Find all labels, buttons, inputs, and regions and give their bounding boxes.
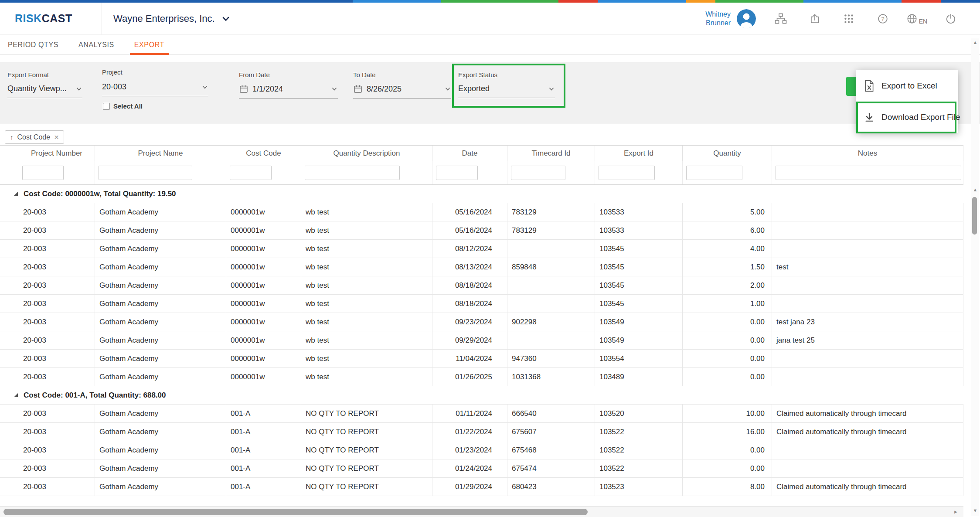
cell-notes xyxy=(772,350,963,367)
column-header-project-number[interactable]: Project Number xyxy=(19,146,95,161)
column-header-export-id[interactable]: Export Id xyxy=(595,146,683,161)
cell-quantity-description: wb test xyxy=(301,313,432,331)
group-space-cell xyxy=(0,459,19,477)
stripe-segment xyxy=(902,0,941,3)
table-row[interactable]: 20-003Gotham Academy001-ANO QTY TO REPOR… xyxy=(0,441,963,459)
group-row[interactable]: Cost Code: 001-A, Total Quantity: 688.00 xyxy=(0,386,963,405)
publish-button[interactable] xyxy=(798,13,832,24)
company-selector[interactable]: Wayne Enterprises, Inc. xyxy=(113,13,231,24)
column-header-date[interactable]: Date xyxy=(432,146,507,161)
cell-timecard-id: 666540 xyxy=(507,405,595,422)
export-format-select[interactable]: Quantity Viewp... xyxy=(7,84,82,98)
table-row[interactable]: 20-003Gotham Academy001-ANO QTY TO REPOR… xyxy=(0,459,963,478)
cell-project-number: 20-003 xyxy=(19,313,95,331)
stripe-segment xyxy=(598,0,686,3)
vertical-scrollbar[interactable] xyxy=(971,38,979,516)
project-select[interactable]: 20-003 xyxy=(102,82,208,96)
cell-quantity: 16.00 xyxy=(683,423,772,441)
to-date-input[interactable]: 8/26/2025 xyxy=(353,84,451,99)
table-row[interactable]: 20-003Gotham Academy0000001wwb test05/16… xyxy=(0,203,963,221)
scroll-up-arrow[interactable]: ▲ xyxy=(971,40,979,45)
calendar-icon xyxy=(353,84,363,94)
publish-icon xyxy=(809,13,820,24)
avatar[interactable] xyxy=(737,9,756,28)
cell-notes xyxy=(772,459,963,477)
table-row[interactable]: 20-003Gotham Academy0000001wwb test08/18… xyxy=(0,276,963,295)
filter-input-project-number[interactable] xyxy=(22,166,64,180)
cell-export-id: 103545 xyxy=(595,240,683,258)
download-icon xyxy=(864,112,875,122)
help-button[interactable]: ? xyxy=(866,13,900,24)
table-row[interactable]: 20-003Gotham Academy0000001wwb test08/18… xyxy=(0,295,963,313)
table-row[interactable]: 20-003Gotham Academy001-ANO QTY TO REPOR… xyxy=(0,405,963,423)
table-row[interactable]: 20-003Gotham Academy0000001wwb test11/04… xyxy=(0,350,963,368)
export-status-select[interactable]: Exported xyxy=(458,84,555,98)
from-date-input[interactable]: 1/1/2024 xyxy=(239,84,338,99)
svg-text:?: ? xyxy=(881,15,885,22)
table-row[interactable]: 20-003Gotham Academy001-ANO QTY TO REPOR… xyxy=(0,478,963,496)
filter-input-quantity-description[interactable] xyxy=(305,166,400,180)
cell-timecard-id: 1031368 xyxy=(507,368,595,386)
sitemap-button[interactable] xyxy=(764,13,798,24)
apps-button[interactable] xyxy=(832,13,866,24)
cell-date: 05/16/2024 xyxy=(432,203,507,221)
cell-quantity-description: wb test xyxy=(301,240,432,258)
cell-notes xyxy=(772,276,963,294)
column-header-notes[interactable]: Notes xyxy=(772,146,963,161)
filter-input-notes[interactable] xyxy=(776,166,961,180)
logout-button[interactable] xyxy=(934,13,968,24)
app-logo[interactable]: RISKCAST xyxy=(0,3,102,34)
table-row[interactable]: 20-003Gotham Academy0000001wwb test05/16… xyxy=(0,221,963,240)
cell-quantity: 0.00 xyxy=(683,441,772,459)
cell-date: 08/12/2024 xyxy=(432,240,507,258)
tab-export[interactable]: EXPORT xyxy=(130,35,169,54)
cell-quantity: 0.00 xyxy=(683,313,772,331)
select-all-checkbox[interactable]: Select All xyxy=(103,102,143,110)
group-chip-cost-code[interactable]: ↑ Cost Code × xyxy=(5,130,64,144)
table-row[interactable]: 20-003Gotham Academy001-ANO QTY TO REPOR… xyxy=(0,423,963,441)
calendar-icon xyxy=(239,84,248,94)
close-icon[interactable]: × xyxy=(54,133,59,141)
cell-timecard-id: 675607 xyxy=(507,423,595,441)
language-button[interactable]: EN xyxy=(900,13,934,25)
column-header-project-name[interactable]: Project Name xyxy=(95,146,226,161)
filter-input-quantity[interactable] xyxy=(686,166,742,180)
table-row[interactable]: 20-003Gotham Academy0000001wwb test08/13… xyxy=(0,258,963,276)
tab-analysis[interactable]: ANALYSIS xyxy=(74,35,119,54)
table-row[interactable]: 20-003Gotham Academy0000001wwb test09/23… xyxy=(0,313,963,331)
horizontal-scrollbar[interactable]: ► xyxy=(0,506,963,517)
cell-project-name: Gotham Academy xyxy=(95,221,226,239)
table-row[interactable]: 20-003Gotham Academy0000001wwb test08/12… xyxy=(0,240,963,258)
scroll-right-arrow[interactable]: ► xyxy=(953,510,958,514)
table-row[interactable]: 20-003Gotham Academy0000001wwb test01/26… xyxy=(0,368,963,386)
cell-export-id: 103549 xyxy=(595,331,683,349)
menu-item-export-to-excel[interactable]: Export to Excel xyxy=(856,70,958,102)
cell-project-number: 20-003 xyxy=(19,221,95,239)
column-header-quantity-description[interactable]: Quantity Description xyxy=(301,146,432,161)
scroll-up-arrow[interactable]: ▲ xyxy=(971,187,979,192)
group-space-cell xyxy=(0,203,19,221)
cell-cost-code: 0000001w xyxy=(226,240,301,258)
cell-project-name: Gotham Academy xyxy=(95,295,226,313)
vertical-scrollbar-thumb[interactable] xyxy=(972,197,977,235)
column-header-cost-code[interactable]: Cost Code xyxy=(226,146,301,161)
filter-cell-quantity xyxy=(683,161,772,184)
group-collapse-icon[interactable] xyxy=(13,392,19,398)
filter-input-timecard-id[interactable] xyxy=(511,166,565,180)
app-header: RISKCAST Wayne Enterprises, Inc. Whitney… xyxy=(0,3,980,35)
group-row[interactable]: Cost Code: 0000001w, Total Quantity: 19.… xyxy=(0,185,963,203)
filter-input-date[interactable] xyxy=(436,166,478,180)
column-header-quantity[interactable]: Quantity xyxy=(683,146,772,161)
filter-cell-notes xyxy=(772,161,963,184)
logo-text: RISKCAST xyxy=(15,12,72,25)
group-collapse-icon[interactable] xyxy=(13,191,19,197)
table-row[interactable]: 20-003Gotham Academy0000001wwb test09/29… xyxy=(0,331,963,350)
column-header-timecard-id[interactable]: Timecard Id xyxy=(507,146,595,161)
scroll-down-arrow[interactable]: ▼ xyxy=(971,508,979,513)
tab-period-qtys[interactable]: PERIOD QTYS xyxy=(3,35,63,54)
horizontal-scrollbar-thumb[interactable] xyxy=(3,509,588,515)
filter-input-cost-code[interactable] xyxy=(230,166,272,180)
menu-item-download-export-file[interactable]: Download Export File xyxy=(856,102,958,133)
filter-input-project-name[interactable] xyxy=(99,166,192,180)
filter-input-export-id[interactable] xyxy=(599,166,655,180)
